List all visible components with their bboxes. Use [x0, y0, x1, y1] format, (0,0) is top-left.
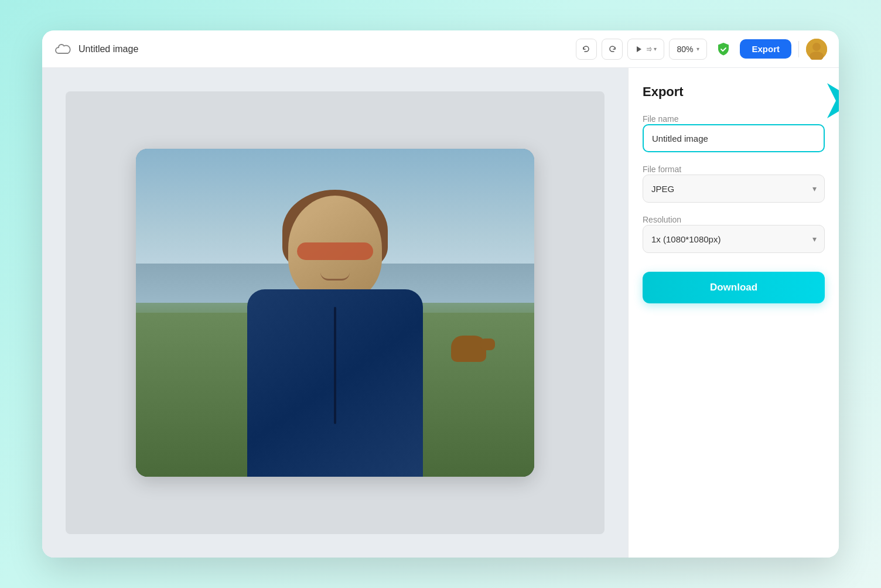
cloud-icon [54, 40, 73, 59]
app-window: Untitled image ▾ 80% ▾ [42, 30, 839, 558]
header-divider [798, 41, 799, 57]
resolution-label: Resolution [643, 215, 681, 224]
panel-title: Export [643, 84, 825, 100]
zoom-value: 80% [677, 45, 693, 54]
zoom-control[interactable]: 80% ▾ [669, 39, 707, 60]
resolution-wrapper: 1x (1080*1080px) 2x (2160*2160px) 3x (32… [643, 225, 825, 253]
header: Untitled image ▾ 80% ▾ [42, 30, 839, 68]
header-left: Untitled image [54, 40, 569, 59]
file-format-wrapper: JPEG PNG SVG PDF ▾ [643, 175, 825, 203]
person-glasses [297, 242, 373, 260]
canvas-background [66, 91, 605, 534]
redo-button[interactable] [602, 39, 623, 60]
resolution-select[interactable]: 1x (1080*1080px) 2x (2160*2160px) 3x (32… [643, 225, 825, 253]
svg-marker-5 [827, 83, 839, 118]
play-dropdown-icon: ▾ [654, 46, 657, 52]
download-button[interactable]: Download [643, 272, 825, 303]
undo-button[interactable] [576, 39, 597, 60]
cow-figure [451, 336, 486, 362]
main-area: Export File name File format JPEG PNG SV… [42, 68, 839, 558]
play-button[interactable]: ▾ [627, 39, 664, 60]
file-name-label: File name [643, 114, 678, 124]
export-button[interactable]: Export [740, 39, 791, 59]
jacket-center-line [334, 307, 336, 424]
person-body [247, 289, 423, 477]
header-center: ▾ 80% ▾ [576, 39, 707, 60]
svg-marker-0 [637, 46, 641, 52]
person-figure [230, 196, 440, 477]
person-head [288, 196, 382, 301]
avatar[interactable] [806, 39, 827, 60]
person-smile [320, 272, 350, 281]
image-canvas [136, 149, 534, 477]
shield-icon [714, 40, 733, 59]
photo-content [136, 149, 534, 477]
canvas-area [42, 68, 628, 558]
export-panel: Export File name File format JPEG PNG SV… [628, 68, 839, 558]
file-format-select[interactable]: JPEG PNG SVG PDF [643, 175, 825, 203]
cow-head [480, 339, 495, 350]
zoom-dropdown-icon: ▾ [696, 46, 699, 52]
header-right: Export [714, 39, 827, 60]
svg-point-3 [812, 43, 821, 51]
document-title: Untitled image [78, 44, 138, 54]
file-format-label: File format [643, 165, 681, 174]
file-name-input[interactable] [643, 124, 825, 152]
